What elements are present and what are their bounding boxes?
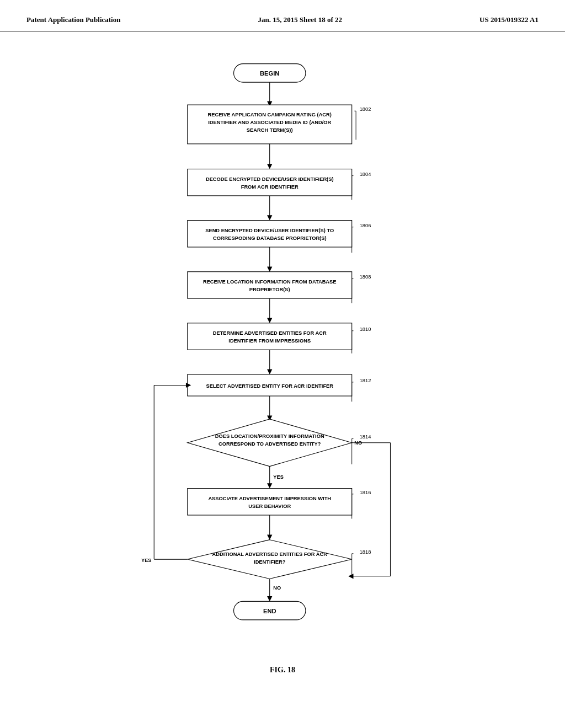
svg-text:SELECT ADVERTISED ENTITY FOR A: SELECT ADVERTISED ENTITY FOR ACR IDENTIF… bbox=[206, 383, 333, 389]
svg-text:IDENTIFIER AND ASSOCIATED MEDI: IDENTIFIER AND ASSOCIATED MEDIA ID (AND/… bbox=[208, 120, 331, 125]
svg-text:YES: YES bbox=[273, 474, 284, 480]
svg-marker-65 bbox=[348, 574, 353, 579]
svg-text:CORRESPOND TO ADVERTISED ENTIT: CORRESPOND TO ADVERTISED ENTITY? bbox=[218, 441, 321, 447]
svg-text:SEND ENCRYPTED DEVICE/USER IDE: SEND ENCRYPTED DEVICE/USER IDENTIFIER(S)… bbox=[205, 228, 334, 233]
svg-text:1818: 1818 bbox=[360, 549, 371, 555]
svg-marker-44 bbox=[267, 370, 272, 374]
flowchart-svg: BEGIN 1802 RECEIVE APPLICATION CAMPAIGN … bbox=[128, 53, 437, 649]
svg-text:1806: 1806 bbox=[360, 223, 371, 228]
svg-text:RECEIVE APPLICATION CAMPAIGN R: RECEIVE APPLICATION CAMPAIGN RATING (ACR… bbox=[208, 112, 332, 117]
svg-rect-40 bbox=[188, 323, 352, 350]
header-right: US 2015/019322 A1 bbox=[479, 15, 539, 24]
svg-text:RECEIVE LOCATION INFORMATION F: RECEIVE LOCATION INFORMATION FROM DATABA… bbox=[203, 279, 337, 285]
svg-marker-60 bbox=[267, 483, 272, 488]
svg-text:1808: 1808 bbox=[360, 274, 371, 280]
svg-text:USER BEHAVIOR: USER BEHAVIOR bbox=[248, 504, 291, 509]
svg-text:1810: 1810 bbox=[360, 326, 371, 332]
header-left: Patent Application Publication bbox=[26, 15, 120, 24]
svg-text:SEARCH TERM(S)): SEARCH TERM(S)) bbox=[247, 127, 293, 133]
svg-text:1816: 1816 bbox=[360, 490, 371, 495]
svg-text:1814: 1814 bbox=[360, 434, 371, 440]
svg-marker-73 bbox=[267, 534, 272, 539]
svg-marker-12 bbox=[267, 164, 272, 169]
svg-text:1812: 1812 bbox=[360, 378, 371, 383]
svg-rect-32 bbox=[188, 272, 352, 298]
svg-text:CORRESPODING DATABASE PROPRIET: CORRESPODING DATABASE PROPRIETOR(S) bbox=[213, 235, 327, 241]
svg-marker-28 bbox=[267, 266, 272, 271]
header-center: Jan. 15, 2015 Sheet 18 of 22 bbox=[258, 15, 342, 24]
svg-text:PROPRIETOR(S): PROPRIETOR(S) bbox=[249, 287, 290, 292]
svg-rect-69 bbox=[188, 489, 352, 515]
svg-text:1804: 1804 bbox=[360, 172, 371, 177]
svg-text:1802: 1802 bbox=[360, 106, 371, 112]
svg-text:NO: NO bbox=[273, 585, 281, 591]
svg-text:NO: NO bbox=[354, 440, 362, 446]
svg-text:YES: YES bbox=[141, 558, 152, 563]
svg-rect-24 bbox=[188, 221, 352, 247]
diagram-container: BEGIN 1802 RECEIVE APPLICATION CAMPAIGN … bbox=[0, 31, 565, 660]
svg-text:DOES LOCATION/PROXIMITY INFORM: DOES LOCATION/PROXIMITY INFORMATION bbox=[215, 433, 324, 439]
figure-caption: FIG. 18 bbox=[0, 666, 565, 675]
svg-marker-20 bbox=[267, 215, 272, 220]
svg-text:DETERMINE ADVERTISED ENTITIES : DETERMINE ADVERTISED ENTITIES FOR ACR bbox=[213, 330, 327, 336]
svg-text:IDENTIFIER FROM IMPRESSIONS: IDENTIFIER FROM IMPRESSIONS bbox=[228, 338, 311, 344]
svg-text:BEGIN: BEGIN bbox=[260, 70, 279, 77]
svg-marker-36 bbox=[267, 318, 272, 323]
svg-rect-16 bbox=[188, 169, 352, 195]
svg-text:ADDITIONAL ADVERTISED ENTITIES: ADDITIONAL ADVERTISED ENTITIES FOR ACR bbox=[212, 552, 328, 557]
svg-text:ASSOCIATE ADVERTISEMENT IMPRES: ASSOCIATE ADVERTISEMENT IMPRESSION WITH bbox=[208, 496, 331, 501]
page-header: Patent Application Publication Jan. 15, … bbox=[0, 0, 565, 31]
flowchart-diagram: BEGIN 1802 RECEIVE APPLICATION CAMPAIGN … bbox=[128, 53, 437, 649]
svg-text:END: END bbox=[263, 608, 276, 614]
svg-marker-86 bbox=[267, 596, 272, 601]
svg-text:FROM ACR IDENTIFIER: FROM ACR IDENTIFIER bbox=[241, 184, 299, 190]
svg-text:IDENTIFIER?: IDENTIFIER? bbox=[254, 559, 286, 565]
svg-text:DECODE ENCRYPTED DEVICE/USER I: DECODE ENCRYPTED DEVICE/USER IDENTIFIER(… bbox=[206, 176, 334, 182]
